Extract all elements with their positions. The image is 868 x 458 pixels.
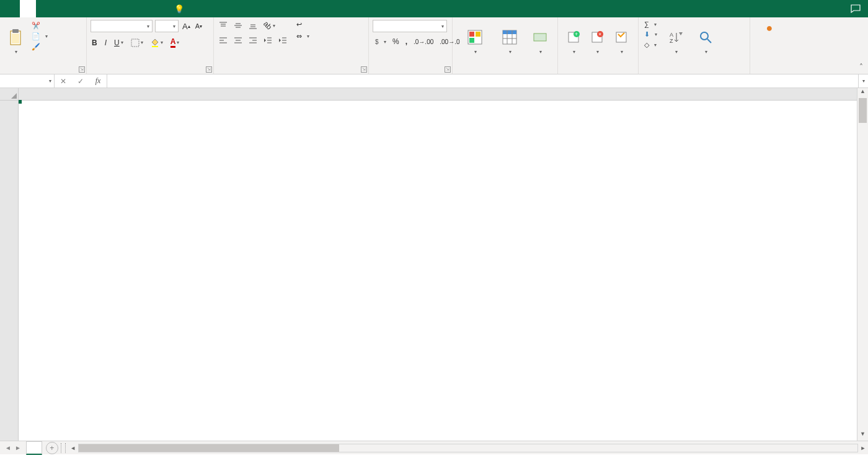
- comments-icon[interactable]: [851, 4, 861, 13]
- scroll-up-button[interactable]: ▲: [857, 88, 868, 98]
- tab-page-layout[interactable]: [68, 0, 84, 17]
- format-as-table-button[interactable]: [494, 20, 526, 63]
- scroll-down-button[interactable]: ▼: [857, 431, 868, 441]
- format-icon: [613, 29, 630, 46]
- name-box[interactable]: ▾: [0, 74, 55, 88]
- tab-draw[interactable]: [52, 0, 68, 17]
- conditional-formatting-icon: [466, 29, 484, 46]
- orientation-button[interactable]: ab: [262, 20, 277, 31]
- decrease-font-button[interactable]: A▾: [194, 21, 203, 31]
- increase-font-button[interactable]: A▴: [181, 20, 192, 32]
- align-left-button[interactable]: [218, 35, 229, 46]
- tab-help[interactable]: [149, 0, 165, 17]
- expand-formula-bar-button[interactable]: ▾: [858, 74, 868, 88]
- number-dialog-launcher[interactable]: ⇲: [445, 66, 451, 73]
- scroll-right-button[interactable]: ►: [858, 445, 868, 451]
- align-center-button[interactable]: [232, 35, 244, 46]
- ribbon: ✂️ 📄 🖌️ ⇲ ▾ ▾ A▴ A▾ B I U A ⇲: [0, 17, 868, 74]
- clear-button[interactable]: ◇: [642, 40, 659, 50]
- formula-input[interactable]: [107, 74, 858, 88]
- add-sheet-button[interactable]: +: [46, 442, 58, 454]
- align-top-button[interactable]: [218, 20, 229, 31]
- increase-decimal-button[interactable]: .0→.00: [412, 37, 435, 47]
- merge-icon: ⇔: [296, 32, 302, 40]
- wrap-icon: ↩: [296, 20, 302, 29]
- accounting-format-button[interactable]: $: [373, 36, 388, 47]
- wrap-text-button[interactable]: ↩: [294, 20, 311, 29]
- select-all-corner[interactable]: [0, 88, 18, 101]
- sort-filter-button[interactable]: AZ: [663, 20, 689, 63]
- svg-text:×: ×: [598, 31, 601, 37]
- scroll-left-button[interactable]: ◄: [68, 445, 78, 451]
- format-painter-button[interactable]: 🖌️: [30, 42, 50, 52]
- cell-styles-button[interactable]: [526, 20, 554, 63]
- underline-button[interactable]: U: [113, 37, 125, 48]
- merge-center-button[interactable]: ⇔: [294, 32, 311, 41]
- tab-formulas[interactable]: [84, 0, 100, 17]
- borders-button[interactable]: [130, 37, 144, 48]
- fill-button[interactable]: ⬇: [642, 30, 659, 39]
- align-right-button[interactable]: [247, 35, 259, 46]
- clipboard-dialog-launcher[interactable]: ⇲: [79, 66, 85, 73]
- horizontal-scrollbar[interactable]: ◄ ►: [58, 443, 868, 453]
- sheet-nav-next[interactable]: ►: [15, 444, 21, 451]
- conditional-formatting-button[interactable]: [456, 20, 494, 63]
- cell-styles-icon: [531, 29, 549, 46]
- bold-button[interactable]: B: [91, 37, 99, 48]
- insert-icon: +: [565, 29, 582, 46]
- autosum-button[interactable]: ∑: [642, 20, 659, 29]
- vscroll-track[interactable]: [857, 98, 868, 431]
- tab-split-handle[interactable]: [61, 443, 66, 453]
- insert-function-button[interactable]: fx: [89, 76, 107, 86]
- format-cells-button[interactable]: [608, 20, 634, 63]
- align-middle-button[interactable]: [232, 20, 244, 31]
- sheet-nav-prev[interactable]: ◄: [5, 444, 11, 451]
- insert-cells-button[interactable]: +: [562, 20, 585, 63]
- ribbon-group-number: ▾ $ % , .0→.00 .00→.0 ⇲: [369, 17, 453, 74]
- increase-indent-button[interactable]: [277, 35, 288, 46]
- italic-button[interactable]: I: [104, 37, 108, 48]
- align-bottom-button[interactable]: [247, 20, 259, 31]
- svg-rect-46: [616, 32, 626, 42]
- active-cell-indicator: [19, 101, 21, 103]
- svg-rect-4: [152, 46, 158, 47]
- decrease-indent-button[interactable]: [262, 35, 273, 46]
- paste-icon: [7, 29, 24, 46]
- format-as-table-label: [508, 47, 512, 55]
- alignment-dialog-launcher[interactable]: ⇲: [361, 66, 367, 73]
- hscroll-track[interactable]: [78, 444, 858, 452]
- delete-cells-button[interactable]: ×: [585, 20, 609, 63]
- font-color-button[interactable]: A: [169, 36, 181, 49]
- hscroll-thumb[interactable]: [79, 444, 339, 452]
- insert-label: [572, 47, 575, 55]
- tab-insert[interactable]: [36, 0, 52, 17]
- comma-button[interactable]: ,: [404, 36, 409, 47]
- vscroll-thumb[interactable]: [859, 98, 867, 123]
- sheet-tab-sheet1[interactable]: [26, 441, 42, 455]
- find-icon: [697, 29, 714, 46]
- tab-view[interactable]: [133, 0, 149, 17]
- copy-button[interactable]: 📄: [30, 32, 50, 41]
- percent-button[interactable]: %: [391, 36, 401, 47]
- vertical-scrollbar[interactable]: ▲ ▼: [857, 88, 868, 441]
- tab-home[interactable]: [20, 0, 36, 17]
- tell-me-search[interactable]: 💡: [174, 4, 188, 14]
- paste-button[interactable]: [4, 20, 27, 63]
- cell-styles-label: [538, 47, 542, 55]
- cut-button[interactable]: ✂️: [30, 21, 50, 30]
- cancel-formula-button[interactable]: ✕: [55, 77, 72, 86]
- font-dialog-launcher[interactable]: ⇲: [206, 66, 212, 73]
- collapse-ribbon-button[interactable]: ˄: [854, 60, 868, 74]
- svg-text:Z: Z: [670, 38, 673, 44]
- addins-button[interactable]: ●: [754, 20, 785, 38]
- tab-file[interactable]: [0, 0, 20, 17]
- number-format-select[interactable]: ▾: [373, 20, 447, 32]
- enter-formula-button[interactable]: ✓: [72, 77, 89, 86]
- font-size-select[interactable]: ▾: [155, 20, 179, 32]
- fill-color-button[interactable]: [149, 37, 164, 48]
- tab-review[interactable]: [117, 0, 133, 17]
- find-select-button[interactable]: [693, 20, 719, 63]
- tab-data[interactable]: [100, 0, 117, 17]
- table-icon: [501, 29, 518, 46]
- font-name-select[interactable]: ▾: [91, 20, 153, 32]
